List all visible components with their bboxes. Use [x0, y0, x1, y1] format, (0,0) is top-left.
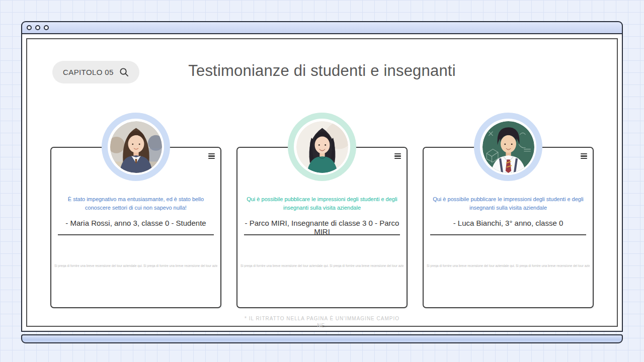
browser-window: CAPITOLO 05 Testimonianze di studenti e …	[21, 21, 623, 343]
avatar-inner-ring	[294, 119, 350, 175]
window-control-dot[interactable]	[35, 25, 40, 30]
avatar-photo-teacher-woman	[296, 121, 348, 173]
testimonial-author: - Parco MIRI, Insegnante di classe 3 0 -…	[242, 219, 403, 236]
avatar-inner-ring	[108, 119, 164, 175]
avatar	[474, 113, 542, 181]
review-placeholder-text: Si prega di fornire una breve recensione…	[54, 264, 217, 267]
avatar	[102, 113, 170, 181]
avatar-inner-ring	[480, 119, 536, 175]
hamburger-menu-icon[interactable]	[393, 151, 401, 161]
window-titlebar	[21, 21, 623, 34]
disclaimer-line-1: * IL RITRATTO NELLA PAGINA È UN'IMMAGINE…	[27, 315, 617, 322]
testimonial-quote: Qui è possibile pubblicare le impression…	[433, 195, 584, 212]
testimonial-card: Qui è possibile pubblicare le impression…	[236, 147, 408, 308]
testimonial-author: - Luca Bianchi, 3° anno, classe 0	[428, 219, 589, 227]
slide-content: CAPITOLO 05 Testimonianze di studenti e …	[26, 38, 618, 327]
testimonial-cards-row: È stato impegnativo ma entusiasmante, ed…	[50, 147, 594, 308]
avatar-photo-student-girl	[110, 121, 162, 173]
testimonial-quote: È stato impegnativo ma entusiasmante, ed…	[60, 195, 211, 212]
testimonial-card: È stato impegnativo ma entusiasmante, ed…	[50, 147, 221, 308]
page-title: Testimonianze di studenti e insegnanti	[27, 62, 617, 80]
disclaimer-line-2: NE.	[27, 322, 617, 329]
testimonial-card: Qui è possibile pubblicare le impression…	[423, 147, 594, 308]
window-body: CAPITOLO 05 Testimonianze di studenti e …	[21, 34, 623, 332]
divider	[58, 234, 214, 235]
sample-image-disclaimer: * IL RITRATTO NELLA PAGINA È UN'IMMAGINE…	[27, 315, 617, 329]
divider	[244, 234, 400, 235]
window-control-dot[interactable]	[27, 25, 32, 30]
bottom-scrollbar[interactable]	[21, 334, 623, 343]
divider	[430, 234, 586, 235]
avatar	[288, 113, 356, 181]
testimonial-quote: Qui è possibile pubblicare le impression…	[247, 195, 397, 212]
hamburger-menu-icon[interactable]	[580, 151, 587, 161]
review-placeholder-text: Si prega di fornire una breve recensione…	[427, 264, 590, 267]
avatar-photo-student-boy	[482, 121, 534, 173]
hamburger-menu-icon[interactable]	[207, 151, 215, 161]
testimonial-author: - Maria Rossi, anno 3, classe 0 - Studen…	[55, 219, 216, 227]
window-control-dot[interactable]	[44, 25, 49, 30]
review-placeholder-text: Si prega di fornire una breve recensione…	[240, 264, 404, 267]
